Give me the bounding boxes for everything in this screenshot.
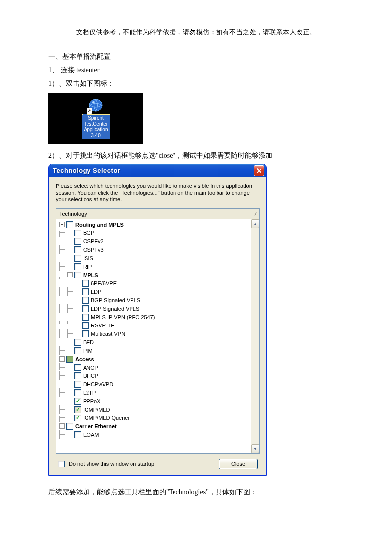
tree-checkbox[interactable] [82, 280, 89, 287]
tree-checkbox[interactable] [82, 314, 89, 321]
tree-row[interactable]: EOAM [57, 430, 259, 439]
tree-item-label: ANCP [83, 365, 98, 370]
disclaimer-text: 文档仅供参考，不能作为科学依据，请勿模仿；如有不当之处，请联系本人改正。 [48, 28, 344, 37]
tree-item-label: Access [75, 356, 94, 362]
tree-item-label: BGP [83, 230, 94, 236]
tree-header-label: Technology [59, 211, 87, 217]
tree-row[interactable]: PIM [57, 346, 259, 355]
tree-item-label: IGMP/MLD Querier [83, 415, 130, 421]
tree-item-label: Multicast VPN [91, 331, 125, 337]
dialog-titlebar[interactable]: Technology Selector [49, 164, 266, 177]
tree-row[interactable]: LDP [57, 287, 259, 296]
tree-row[interactable]: −Access [57, 355, 259, 363]
tree-checkbox[interactable] [66, 423, 73, 430]
tree-item-label: DHCP [83, 373, 98, 379]
tree-item-label: RSVP-TE [91, 323, 115, 328]
tree-checkbox[interactable] [74, 230, 81, 236]
tree-checkbox[interactable] [82, 330, 89, 337]
svg-point-1 [92, 101, 94, 103]
tree-checkbox[interactable] [74, 372, 81, 379]
technology-tree[interactable]: Technology / −Routing and MPLSBGPOSPFv2O… [56, 208, 260, 454]
do-not-show-label: Do not show this window on startup [69, 461, 154, 467]
tree-row[interactable]: RIP [57, 262, 259, 271]
tree-header[interactable]: Technology / [56, 209, 259, 219]
tree-row[interactable]: OSPFv2 [57, 237, 259, 245]
shortcut-arrow-icon: ↗ [87, 108, 92, 114]
tree-row[interactable]: −Routing and MPLS [57, 220, 259, 229]
tree-checkbox[interactable] [74, 255, 81, 262]
desktop-background: ↗ Spirent TestCenter Application 3.40 [48, 93, 143, 144]
checkbox-icon [58, 461, 65, 467]
tree-item-label: LDP Signaled VPLS [91, 306, 139, 312]
tree-item-label: Routing and MPLS [75, 222, 124, 228]
tree-row[interactable]: BFD [57, 338, 259, 346]
tree-checkbox[interactable] [74, 272, 81, 278]
tree-item-label: Carrier Ethernet [75, 423, 117, 429]
tree-item-label: BGP Signaled VPLS [91, 297, 140, 303]
collapse-icon[interactable]: − [67, 272, 73, 278]
tree-row[interactable]: ✓IGMP/MLD [57, 405, 259, 414]
shortcut-icon: ↗ [87, 98, 104, 113]
tree-row[interactable]: −MPLS [57, 271, 259, 279]
tree-item-label: IGMP/MLD [83, 407, 110, 413]
tree-row[interactable]: ✓PPPoX [57, 397, 259, 405]
tree-row[interactable]: LDP Signaled VPLS [57, 304, 259, 313]
collapse-icon[interactable]: − [59, 423, 65, 429]
tree-row[interactable]: RSVP-TE [57, 321, 259, 329]
tree-row[interactable]: OSPFv3 [57, 245, 259, 254]
paragraph-after: 后续需要添加，能够点选工具栏里面的"Technologies"，具体如下图： [48, 486, 344, 498]
tree-checkbox[interactable]: ✓ [74, 406, 81, 413]
step-1-1: 1）、双击如下图标： [48, 77, 344, 90]
dialog-intro-text: Please select which technologies you wou… [56, 183, 260, 203]
tree-checkbox[interactable] [74, 431, 81, 438]
tree-checkbox[interactable] [74, 389, 81, 396]
collapse-icon[interactable]: − [59, 222, 65, 227]
tree-item-label: BFD [83, 339, 94, 345]
tree-row[interactable]: ISIS [57, 254, 259, 262]
step-1-2: 2）、对于挑出的该对话框能够点选"close"，测试中如果需要随时能够添加 [48, 149, 344, 162]
tree-row[interactable]: BGP [57, 229, 259, 237]
tree-checkbox[interactable] [66, 356, 73, 363]
technology-selector-dialog: Technology Selector Please select which … [48, 164, 267, 476]
tree-checkbox[interactable] [74, 246, 81, 253]
tree-checkbox[interactable] [74, 263, 81, 270]
tree-checkbox[interactable] [74, 381, 81, 388]
tree-row[interactable]: Multicast VPN [57, 329, 259, 338]
tree-checkbox[interactable] [74, 238, 81, 245]
close-icon [256, 168, 262, 174]
tree-checkbox[interactable] [82, 297, 89, 304]
tree-row[interactable]: MPLS IP VPN (RFC 2547) [57, 313, 259, 321]
tree-checkbox[interactable] [74, 347, 81, 354]
heading-1: 一、基本单播流配置 [48, 50, 344, 63]
tree-row[interactable]: 6PE/6VPE [57, 279, 259, 287]
tree-item-label: MPLS [83, 272, 98, 278]
tree-item-label: ISIS [83, 255, 93, 261]
tree-item-label: EOAM [83, 432, 99, 438]
tree-checkbox[interactable] [74, 364, 81, 371]
close-button[interactable]: Close [219, 459, 258, 469]
collapse-icon[interactable]: − [59, 356, 65, 362]
tree-scrollbar[interactable]: ▲ ▼ [251, 219, 259, 453]
tree-row[interactable]: −Carrier Ethernet [57, 422, 259, 430]
scroll-up-button[interactable]: ▲ [251, 219, 259, 228]
tree-checkbox[interactable] [74, 339, 81, 346]
tree-checkbox[interactable] [82, 305, 89, 312]
tree-row[interactable]: DHCP [57, 371, 259, 380]
tree-row[interactable]: L2TP [57, 388, 259, 397]
spirent-shortcut[interactable]: ↗ Spirent TestCenter Application 3.40 [82, 98, 110, 139]
tree-row[interactable]: DHCPv6/PD [57, 380, 259, 388]
tree-checkbox[interactable] [82, 322, 89, 329]
tree-row[interactable]: BGP Signaled VPLS [57, 296, 259, 304]
tree-row[interactable]: ANCP [57, 363, 259, 371]
do-not-show-checkbox[interactable]: Do not show this window on startup [58, 461, 154, 467]
titlebar-close-button[interactable] [254, 165, 264, 176]
tree-row[interactable]: ✓IGMP/MLD Querier [57, 414, 259, 422]
tree-checkbox[interactable]: ✓ [74, 415, 81, 421]
tree-checkbox[interactable] [82, 288, 89, 295]
tree-item-label: MPLS IP VPN (RFC 2547) [91, 314, 155, 320]
tree-checkbox[interactable]: ✓ [74, 398, 81, 405]
tree-item-label: L2TP [83, 390, 96, 396]
tree-checkbox[interactable] [66, 221, 73, 228]
scroll-down-button[interactable]: ▼ [251, 444, 259, 453]
tree-header-right: / [255, 211, 256, 217]
